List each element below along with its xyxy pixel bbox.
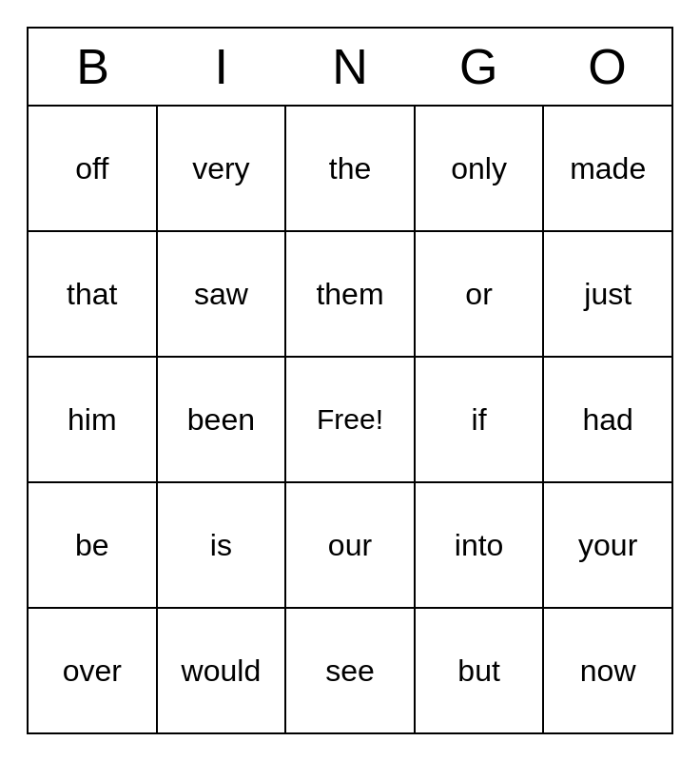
bingo-cell-0-1[interactable]: very (158, 107, 287, 230)
bingo-cell-4-4[interactable]: now (544, 609, 671, 732)
bingo-row-3: beisourintoyour (29, 483, 671, 609)
bingo-cell-1-3[interactable]: or (416, 232, 545, 356)
bingo-cell-0-0[interactable]: off (29, 107, 158, 230)
header-letter-i: I (157, 29, 285, 105)
header-letter-g: G (415, 29, 543, 105)
bingo-cell-1-1[interactable]: saw (158, 232, 287, 356)
bingo-cell-2-1[interactable]: been (158, 358, 287, 481)
bingo-cell-3-3[interactable]: into (416, 483, 545, 607)
bingo-cell-3-4[interactable]: your (544, 483, 671, 607)
header-letter-n: N (285, 29, 414, 105)
bingo-cell-2-0[interactable]: him (29, 358, 158, 481)
header-letter-o: O (543, 29, 671, 105)
bingo-cell-2-2[interactable]: Free! (286, 358, 416, 481)
bingo-cell-1-2[interactable]: them (286, 232, 416, 356)
bingo-cell-0-2[interactable]: the (286, 107, 416, 230)
bingo-cell-1-4[interactable]: just (544, 232, 671, 356)
bingo-cell-4-0[interactable]: over (29, 609, 158, 732)
bingo-cell-0-4[interactable]: made (544, 107, 671, 230)
bingo-cell-4-1[interactable]: would (158, 609, 287, 732)
bingo-row-4: overwouldseebutnow (29, 609, 671, 732)
bingo-grid: offverytheonlymadethatsawthemorjusthimbe… (29, 105, 671, 732)
bingo-cell-2-3[interactable]: if (416, 358, 545, 481)
bingo-header: BINGO (29, 29, 671, 105)
bingo-row-2: himbeenFree!ifhad (29, 358, 671, 483)
bingo-card: BINGO offverytheonlymadethatsawthemorjus… (27, 27, 673, 734)
bingo-cell-0-3[interactable]: only (416, 107, 545, 230)
bingo-cell-3-1[interactable]: is (158, 483, 287, 607)
bingo-row-0: offverytheonlymade (29, 107, 671, 232)
bingo-row-1: thatsawthemorjust (29, 232, 671, 358)
bingo-cell-4-3[interactable]: but (416, 609, 545, 732)
bingo-cell-3-0[interactable]: be (29, 483, 158, 607)
bingo-cell-4-2[interactable]: see (286, 609, 416, 732)
bingo-cell-3-2[interactable]: our (286, 483, 416, 607)
bingo-cell-1-0[interactable]: that (29, 232, 158, 356)
header-letter-b: B (29, 29, 157, 105)
bingo-cell-2-4[interactable]: had (544, 358, 671, 481)
